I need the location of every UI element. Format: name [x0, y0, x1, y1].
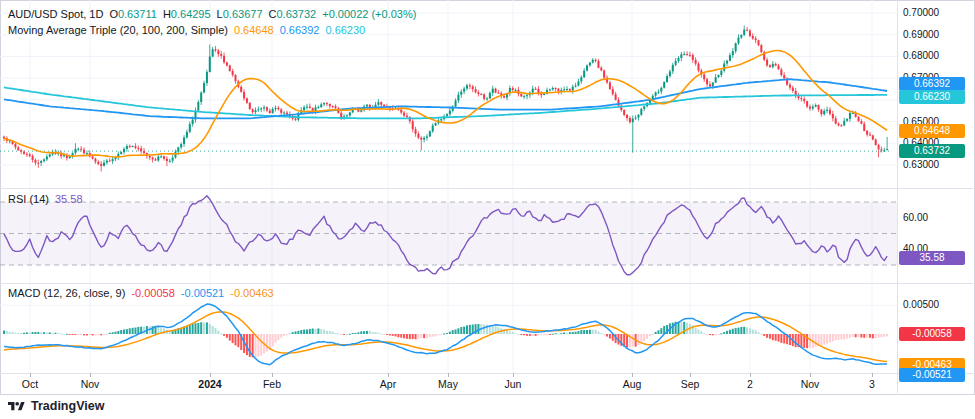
macd-signal-value: -0.00463 [230, 287, 273, 299]
rsi-title: RSI (14) [8, 193, 49, 205]
ohlc-low: L0.63677 [217, 8, 263, 20]
symbol-legend[interactable]: AUD/USD Spot, 1D O0.63711 H0.64295 L0.63… [8, 8, 416, 20]
tradingview-logo-icon [8, 400, 25, 413]
time-label: Nov [801, 377, 820, 391]
ohlc-open: O0.63711 [109, 8, 157, 20]
rsi-panel-canvas[interactable] [0, 188, 897, 283]
time-label: Apr [380, 377, 396, 391]
price-badge: 0.64648 [899, 124, 965, 138]
price-scale-separator [897, 0, 898, 393]
ma-legend[interactable]: Moving Average Triple (20, 100, 200, Sim… [8, 24, 365, 36]
time-label: Feb [263, 377, 281, 391]
time-label: Sep [681, 377, 700, 391]
change-value: +0.00022 (+0.03%) [322, 8, 416, 20]
macd-badge: -0.00058 [899, 327, 965, 341]
panel-separator[interactable] [0, 188, 973, 189]
macd-tick-label: 0.00500 [903, 299, 939, 311]
panel-separator [0, 373, 973, 374]
price-tick-label: 0.63000 [903, 159, 939, 171]
price-badge: 0.63732 [899, 144, 965, 158]
macd-badge: -0.00521 [899, 368, 965, 382]
ma-title: Moving Average Triple (20, 100, 200, Sim… [8, 24, 228, 36]
macd-line-value: -0.00521 [181, 287, 224, 299]
tradingview-logo-text: TradingView [31, 399, 104, 413]
ma100-value: 0.66392 [280, 24, 320, 36]
rsi-legend[interactable]: RSI (14) 35.58 [8, 193, 83, 205]
price-tick-label: 0.68000 [903, 50, 939, 62]
tradingview-chart: AUD/USD Spot, 1D O0.63711 H0.64295 L0.63… [0, 0, 975, 419]
time-label: Aug [623, 377, 642, 391]
symbol-title: AUD/USD Spot, 1D [8, 8, 103, 20]
rsi-tick-label: 60.00 [903, 212, 928, 224]
tradingview-attribution[interactable]: TradingView [8, 399, 104, 413]
time-label: 2024 [198, 377, 221, 391]
time-label: Jun [505, 377, 522, 391]
price-tick-label: 0.70000 [903, 7, 939, 19]
price-tick-label: 0.69000 [903, 29, 939, 41]
ma20-value: 0.64648 [234, 24, 274, 36]
panel-separator[interactable] [0, 283, 973, 284]
macd-title: MACD (12, 26, close, 9) [8, 287, 125, 299]
time-label: 2 [747, 377, 753, 391]
time-label: 3 [869, 377, 875, 391]
rsi-badge: 35.58 [899, 251, 965, 265]
macd-hist-value: -0.00058 [131, 287, 174, 299]
time-label: Nov [81, 377, 100, 391]
macd-legend[interactable]: MACD (12, 26, close, 9) -0.00058 -0.0052… [8, 287, 274, 299]
ohlc-close: C0.63732 [269, 8, 317, 20]
price-badge: 0.66230 [899, 90, 965, 104]
rsi-value: 35.58 [55, 193, 83, 205]
ma200-value: 0.66230 [325, 24, 365, 36]
time-label: Oct [22, 377, 38, 391]
ohlc-high: H0.64295 [163, 8, 211, 20]
time-label: May [438, 377, 458, 391]
